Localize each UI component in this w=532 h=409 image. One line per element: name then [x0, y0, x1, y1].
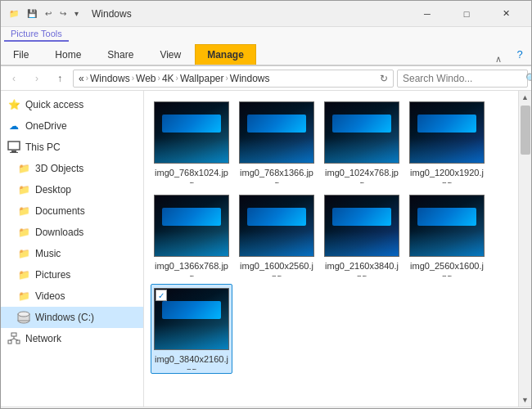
svg-rect-2	[10, 152, 18, 153]
folder-desktop-icon: 📁	[17, 183, 30, 196]
address-bar[interactable]: « › Windows › Web › 4K › Wallpaper › Win…	[73, 70, 394, 88]
drive-icon	[17, 311, 30, 324]
sidebar-item-videos[interactable]: 📁 Videos	[1, 285, 143, 307]
sidebar-item-3d-objects[interactable]: 📁 3D Objects	[1, 158, 143, 179]
file-label-7: img0_2160x3840.jpg	[325, 260, 399, 276]
sidebar-label-onedrive: OneDrive	[25, 120, 137, 132]
tab-view[interactable]: View	[147, 44, 193, 65]
svg-rect-8	[16, 340, 20, 344]
sidebar-label-documents: Documents	[35, 205, 137, 217]
sidebar-item-desktop[interactable]: 📁 Desktop	[1, 179, 143, 200]
close-button[interactable]: ✕	[487, 2, 525, 25]
folder-pictures-icon: 📁	[17, 268, 30, 281]
file-item-3[interactable]: img0_1024x768.jpg	[321, 97, 403, 187]
tab-share[interactable]: Share	[95, 44, 146, 65]
svg-rect-1	[11, 151, 16, 152]
sidebar-label-downloads: Downloads	[35, 227, 137, 238]
search-icon: 🔍	[525, 73, 532, 84]
sidebar-label-quick-access: Quick access	[25, 99, 137, 110]
scroll-thumb[interactable]	[521, 106, 530, 155]
search-input[interactable]	[403, 73, 525, 84]
file-item-6[interactable]: img0_1600x2560.jpg	[236, 191, 318, 281]
scrollbar[interactable]: ▲ ▼	[518, 91, 531, 407]
thumbnail-2	[239, 101, 314, 164]
breadcrumb-web[interactable]: Web	[136, 73, 156, 84]
sidebar-label-music: Music	[35, 248, 137, 259]
file-item-1[interactable]: img0_768x1024.jpg	[151, 97, 232, 187]
ribbon: Picture Tools File Home Share View Manag…	[1, 27, 531, 66]
scroll-track[interactable]	[519, 104, 532, 393]
file-checkbox-9[interactable]: ✓	[156, 290, 167, 301]
sidebar-item-downloads[interactable]: 📁 Downloads	[1, 222, 143, 243]
svg-rect-0	[8, 142, 20, 150]
scroll-up-button[interactable]: ▲	[519, 91, 532, 104]
main-area: ⭐ Quick access ☁ OneDrive This PC 📁 3D O…	[1, 91, 531, 407]
redo-qat-btn[interactable]: ↪	[56, 7, 70, 20]
thumbnail-7	[324, 195, 399, 257]
thumbnail-6	[239, 195, 314, 257]
search-bar[interactable]: 🔍	[397, 70, 528, 88]
sidebar-item-music[interactable]: 📁 Music	[1, 243, 143, 264]
sidebar-label-this-pc: This PC	[25, 142, 137, 153]
breadcrumb-wallpaper[interactable]: Wallpaper	[180, 73, 224, 84]
sidebar-label-desktop: Desktop	[35, 184, 137, 196]
thumbnail-4	[409, 101, 485, 164]
scroll-down-button[interactable]: ▼	[519, 393, 532, 407]
navigation-toolbar: ‹ › ↑ « › Windows › Web › 4K › Wallpaper…	[1, 66, 531, 91]
file-label-9: img0_3840x2160.jpg	[155, 353, 228, 370]
sidebar-label-videos: Videos	[35, 290, 137, 302]
forward-button[interactable]: ›	[27, 69, 47, 88]
maximize-button[interactable]: □	[448, 2, 485, 25]
refresh-button[interactable]: ↻	[380, 73, 388, 84]
sidebar-item-this-pc[interactable]: This PC	[1, 137, 143, 158]
folder-documents-icon: 📁	[17, 204, 30, 218]
quick-access-toolbar: 💾 ↩ ↪ ▾	[24, 7, 82, 20]
window-controls: ─ □ ✕	[408, 2, 525, 25]
sidebar-item-pictures[interactable]: 📁 Pictures	[1, 264, 143, 285]
sidebar-item-quick-access[interactable]: ⭐ Quick access	[1, 94, 143, 115]
file-item-7[interactable]: img0_2160x3840.jpg	[321, 191, 403, 281]
title-bar-left: 📁 💾 ↩ ↪ ▾ Windows	[7, 7, 132, 20]
back-button[interactable]: ‹	[4, 69, 24, 88]
ribbon-collapse-btn[interactable]: ∧	[489, 54, 508, 65]
minimize-button[interactable]: ─	[408, 2, 446, 25]
folder-videos-icon: 📁	[17, 290, 30, 303]
undo-qat-btn[interactable]: ↩	[42, 7, 55, 20]
svg-rect-6	[11, 333, 16, 336]
sidebar-item-windows-c[interactable]: Windows (C:)	[1, 307, 143, 328]
tab-file[interactable]: File	[1, 44, 41, 65]
file-item-8[interactable]: img0_2560x1600.jpg	[406, 191, 488, 281]
sidebar-item-onedrive[interactable]: ☁ OneDrive	[1, 115, 143, 137]
sidebar-item-network[interactable]: Network	[1, 328, 143, 349]
cloud-icon: ☁	[7, 119, 20, 133]
file-item-9[interactable]: ✓img0_3840x2160.jpg	[151, 284, 232, 374]
save-qat-btn[interactable]: 💾	[24, 7, 40, 20]
pc-icon	[7, 141, 20, 154]
breadcrumb-root[interactable]: «	[79, 73, 84, 84]
qat-dropdown[interactable]: ▾	[71, 7, 82, 20]
tab-manage[interactable]: Manage	[195, 44, 256, 65]
sidebar-item-documents[interactable]: 📁 Documents	[1, 200, 143, 222]
breadcrumb-windows2[interactable]: Windows	[230, 73, 270, 84]
help-button[interactable]: ?	[508, 43, 531, 65]
file-label-4: img0_1200x1920.jpg	[410, 167, 484, 183]
folder-music-icon: 📁	[17, 247, 30, 260]
ribbon-tabs: File Home Share View Manage ∧ ?	[1, 42, 531, 65]
svg-point-5	[18, 312, 29, 317]
sidebar-label-3d-objects: 3D Objects	[35, 163, 137, 174]
file-item-5[interactable]: img0_1366x768.jpg	[151, 191, 232, 281]
folder-downloads-icon: 📁	[17, 226, 30, 239]
svg-rect-7	[8, 340, 11, 344]
star-icon: ⭐	[7, 98, 20, 111]
breadcrumb-windows[interactable]: Windows	[90, 73, 130, 84]
up-button[interactable]: ↑	[50, 69, 70, 88]
breadcrumb-4k[interactable]: 4K	[162, 73, 174, 84]
thumbnail-5	[154, 195, 229, 257]
file-item-4[interactable]: img0_1200x1920.jpg	[406, 97, 488, 187]
thumbnail-1	[154, 101, 229, 164]
window-title: Windows	[92, 8, 132, 20]
sidebar-label-pictures: Pictures	[35, 269, 137, 281]
file-item-2[interactable]: img0_768x1366.jpg	[236, 97, 318, 187]
tab-home[interactable]: Home	[43, 44, 93, 65]
title-bar: 📁 💾 ↩ ↪ ▾ Windows ─ □ ✕	[1, 1, 531, 27]
